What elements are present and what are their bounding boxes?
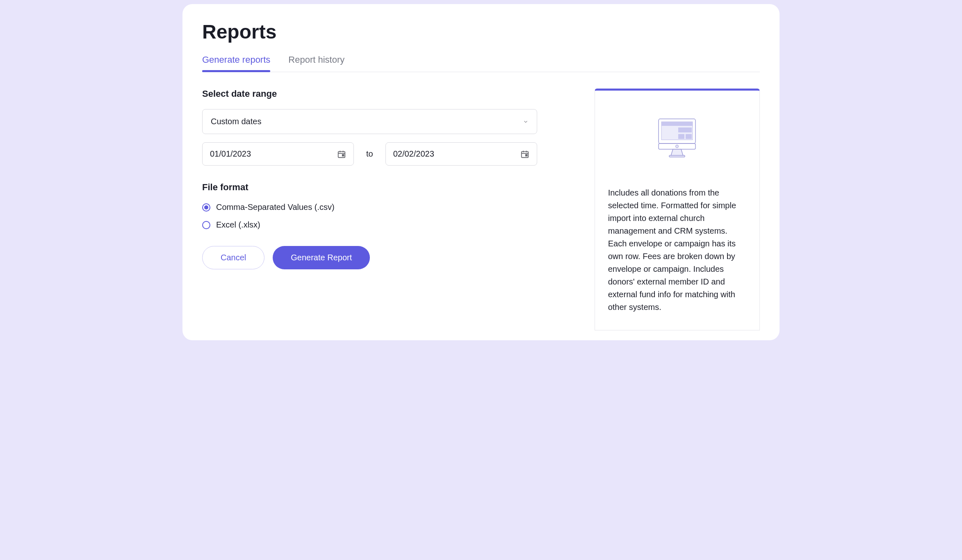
radio-unselected-icon — [202, 221, 210, 229]
calendar-icon — [520, 150, 529, 159]
info-description: Includes all donations from the selected… — [608, 187, 746, 314]
date-row: 01/01/2023 to 02/02/2023 — [202, 142, 537, 166]
buttons-row: Cancel Generate Report — [202, 246, 537, 269]
svg-rect-14 — [678, 134, 684, 139]
content-area: Select date range Custom dates 01/01/202… — [202, 89, 760, 330]
computer-icon — [608, 117, 746, 158]
info-card: Includes all donations from the selected… — [595, 89, 760, 330]
cancel-button[interactable]: Cancel — [202, 246, 264, 269]
reports-window: Reports Generate reports Report history … — [182, 4, 780, 340]
date-range-preset-select[interactable]: Custom dates — [202, 109, 537, 134]
radio-selected-icon — [202, 203, 210, 212]
to-label: to — [366, 149, 373, 159]
tab-report-history[interactable]: Report history — [288, 55, 344, 72]
calendar-icon — [337, 150, 346, 159]
tab-generate-reports[interactable]: Generate reports — [202, 55, 270, 72]
svg-rect-4 — [342, 154, 344, 156]
xlsx-label: Excel (.xlsx) — [216, 220, 260, 230]
svg-rect-13 — [678, 127, 692, 132]
svg-rect-18 — [669, 155, 685, 157]
start-date-value: 01/01/2023 — [210, 149, 251, 159]
file-format-heading: File format — [202, 182, 537, 193]
file-format-xlsx-radio[interactable]: Excel (.xlsx) — [202, 220, 537, 230]
file-format-csv-radio[interactable]: Comma-Separated Values (.csv) — [202, 203, 537, 212]
end-date-value: 02/02/2023 — [393, 149, 434, 159]
generate-report-button[interactable]: Generate Report — [273, 246, 370, 269]
form-area: Select date range Custom dates 01/01/202… — [202, 89, 537, 269]
page-title: Reports — [202, 20, 760, 43]
svg-rect-12 — [661, 122, 693, 126]
tabs: Generate reports Report history — [202, 55, 760, 72]
svg-point-16 — [676, 145, 679, 148]
csv-label: Comma-Separated Values (.csv) — [216, 203, 335, 212]
date-range-heading: Select date range — [202, 89, 537, 99]
start-date-input[interactable]: 01/01/2023 — [202, 142, 354, 166]
svg-rect-15 — [686, 134, 692, 139]
end-date-input[interactable]: 02/02/2023 — [385, 142, 537, 166]
date-range-preset-value: Custom dates — [211, 117, 261, 126]
chevron-down-icon — [523, 119, 529, 125]
svg-rect-9 — [526, 154, 527, 156]
